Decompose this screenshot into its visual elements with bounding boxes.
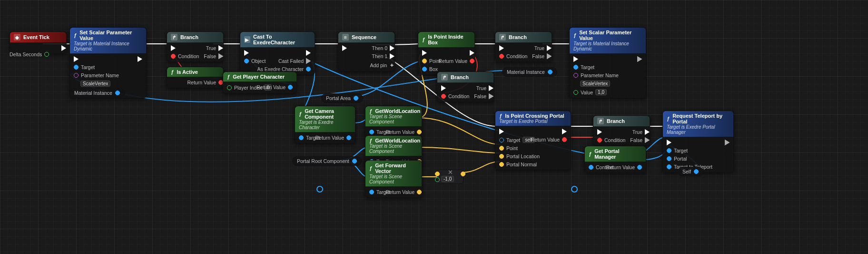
vector-pin-icon[interactable] xyxy=(435,172,440,176)
exec-out-icon[interactable] xyxy=(390,45,395,51)
object-pin-icon[interactable] xyxy=(667,164,671,169)
object-pin-icon[interactable] xyxy=(346,135,351,140)
node-get-camera-component[interactable]: ƒGet Camera Component Target is Exedre C… xyxy=(295,106,355,143)
vector-pin-icon[interactable] xyxy=(417,190,422,194)
bool-pin-icon[interactable] xyxy=(441,94,446,99)
node-sequence[interactable]: ≡Sequence Then 0 Then 1 Add pin＋ xyxy=(338,31,395,71)
param-name-value[interactable]: ScaleVertex xyxy=(80,81,110,87)
object-pin-icon[interactable] xyxy=(288,85,293,90)
bool-pin-icon[interactable] xyxy=(499,54,504,59)
exec-out-icon[interactable] xyxy=(489,93,493,99)
node-is-point-crossing-portal[interactable]: ƒIs Point Crossing Portal Target is Exed… xyxy=(495,111,571,170)
pill-portal-area[interactable]: Portal Area xyxy=(321,93,363,103)
node-cast-exedre[interactable]: ▶Cast To ExedreCharacter Object Cast Fai… xyxy=(240,31,315,75)
pill-portal-root-component[interactable]: Portal Root Component xyxy=(292,156,362,166)
value-value[interactable]: 1,0 xyxy=(595,89,607,95)
exec-out-icon[interactable] xyxy=(218,53,223,59)
exec-in-icon[interactable] xyxy=(342,45,347,51)
exec-out-icon[interactable] xyxy=(725,140,730,145)
exec-out-icon[interactable] xyxy=(562,129,567,134)
exec-out-icon[interactable] xyxy=(645,129,650,135)
object-pin-icon[interactable] xyxy=(573,65,578,70)
object-pin-icon[interactable] xyxy=(499,138,504,142)
exec-in-icon[interactable] xyxy=(441,85,446,91)
exec-in-icon[interactable] xyxy=(499,129,504,134)
exec-out-icon[interactable] xyxy=(390,53,395,59)
node-is-active[interactable]: ƒIs Active Return Value xyxy=(167,67,224,88)
int-pin-icon[interactable] xyxy=(227,85,232,90)
exec-out-icon[interactable] xyxy=(218,45,223,51)
node-multiply-vector-float[interactable]: ✕ -1,0 xyxy=(437,170,464,184)
exec-out-icon[interactable] xyxy=(61,45,66,51)
exec-in-icon[interactable] xyxy=(422,50,427,56)
node-event-tick[interactable]: ◆ Event Tick xyxy=(10,31,67,54)
node-set-scalar-b[interactable]: ƒSet Scalar Parameter Value Target is Ma… xyxy=(569,27,646,98)
exec-out-icon[interactable] xyxy=(547,53,552,59)
exec-out-icon[interactable] xyxy=(547,45,552,51)
multiply-scalar-value[interactable]: -1,0 xyxy=(441,176,454,182)
object-pin-icon[interactable] xyxy=(637,165,642,170)
node-branch-d[interactable]: ↱Branch Condition True False xyxy=(593,115,650,146)
reroute-node[interactable] xyxy=(316,186,323,193)
node-set-scalar-a[interactable]: ƒSet Scalar Parameter Value Target is Ma… xyxy=(69,27,147,98)
object-pin-icon[interactable] xyxy=(667,156,671,161)
bool-pin-icon[interactable] xyxy=(597,138,602,142)
node-title: GetWorldLocation xyxy=(375,138,420,143)
exec-out-icon[interactable] xyxy=(489,85,493,91)
exec-in-icon[interactable] xyxy=(171,45,176,51)
pill-self[interactable]: Self xyxy=(678,167,703,176)
node-request-teleport[interactable]: ƒRequest Teleport by Portal Target is Ex… xyxy=(662,111,734,173)
param-name-value[interactable]: ScaleVertex xyxy=(580,81,610,87)
node-getworldlocation-a[interactable]: ƒGetWorldLocation Target is Scene Compon… xyxy=(365,106,422,138)
node-get-portal-manager[interactable]: ƒGet Portal Manager Context Return Value xyxy=(584,146,646,173)
node-branch-b[interactable]: ↱Branch Condition True False xyxy=(437,71,494,102)
bool-pin-icon[interactable] xyxy=(470,59,474,63)
object-pin-icon[interactable] xyxy=(422,67,427,71)
cast-icon: ▶ xyxy=(244,36,250,43)
float-pin-icon[interactable] xyxy=(573,90,578,95)
exec-out-icon[interactable] xyxy=(306,58,311,64)
node-get-forward-vector[interactable]: ƒGet Forward Vector Target is Scene Comp… xyxy=(365,160,422,198)
exec-out-icon[interactable] xyxy=(138,56,142,62)
vector-pin-icon[interactable] xyxy=(499,162,504,167)
exec-in-icon[interactable] xyxy=(244,50,249,56)
object-pin-icon[interactable] xyxy=(244,59,249,63)
node-is-point-inside-box[interactable]: ƒIs Point Inside Box Point Box Return Va… xyxy=(418,31,475,75)
object-pin-icon[interactable] xyxy=(667,148,671,153)
vector-pin-icon[interactable] xyxy=(461,172,465,176)
exec-in-icon[interactable] xyxy=(499,45,504,51)
exec-out-icon[interactable] xyxy=(470,50,474,56)
exec-out-icon[interactable] xyxy=(645,137,650,143)
vector-pin-icon[interactable] xyxy=(422,59,427,63)
name-pin-icon[interactable] xyxy=(573,73,578,78)
object-pin-icon[interactable] xyxy=(369,130,374,134)
pill-material-instance-a[interactable]: Material Instance xyxy=(69,88,125,98)
pill-material-instance-b[interactable]: Material Instance xyxy=(502,67,557,77)
float-pin-icon[interactable] xyxy=(435,177,440,182)
bool-pin-icon[interactable] xyxy=(562,137,567,142)
bool-pin-icon[interactable] xyxy=(171,54,176,59)
object-pin-icon[interactable] xyxy=(74,65,79,70)
object-pin-icon[interactable] xyxy=(589,165,593,170)
event-icon: ◆ xyxy=(14,34,20,41)
object-pin-icon[interactable] xyxy=(306,67,311,71)
exec-out-icon[interactable] xyxy=(306,50,311,56)
exec-out-icon[interactable] xyxy=(637,56,642,62)
vector-pin-icon[interactable] xyxy=(499,154,504,159)
function-icon: ƒ xyxy=(369,165,372,171)
object-pin-icon[interactable] xyxy=(299,135,304,140)
exec-in-icon[interactable] xyxy=(597,129,602,135)
reroute-node[interactable] xyxy=(571,186,578,193)
node-get-player-character[interactable]: ƒGet Player Character Player Index0 Retu… xyxy=(223,71,297,93)
pin-delta-seconds[interactable]: Delta Seconds xyxy=(10,51,49,57)
exec-in-icon[interactable] xyxy=(573,56,578,62)
add-pin-icon[interactable]: ＋ xyxy=(389,61,395,69)
node-branch-c[interactable]: ↱Branch Condition True False xyxy=(495,31,552,62)
name-pin-icon[interactable] xyxy=(74,73,79,78)
node-branch-a[interactable]: ↱Branch Condition True False xyxy=(167,31,224,62)
vector-pin-icon[interactable] xyxy=(417,130,422,134)
vector-pin-icon[interactable] xyxy=(499,146,504,151)
exec-in-icon[interactable] xyxy=(74,56,79,62)
object-pin-icon[interactable] xyxy=(369,190,374,194)
exec-in-icon[interactable] xyxy=(667,140,671,145)
